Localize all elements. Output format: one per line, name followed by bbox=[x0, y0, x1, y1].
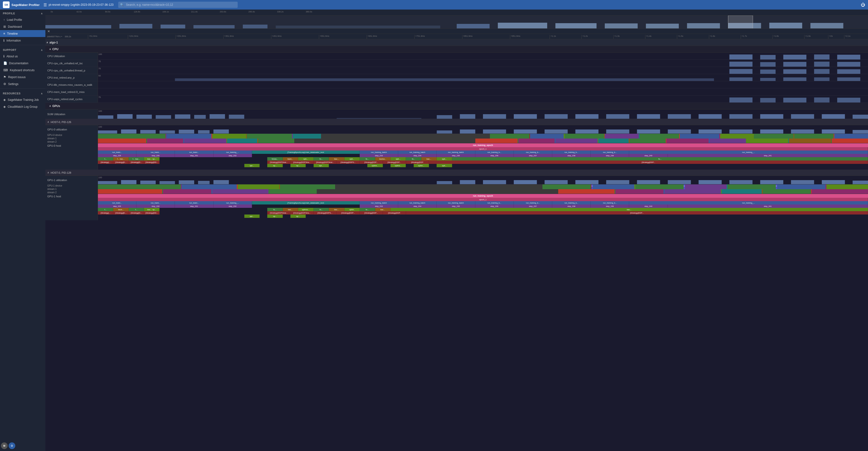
opti-2[interactable]: op... bbox=[267, 164, 283, 167]
gpu1-step-230[interactable]: run_traini... bbox=[136, 201, 175, 205]
gpu1-num-234[interactable]: step_234 bbox=[398, 205, 437, 208]
close-icon[interactable]: ✕ bbox=[47, 29, 50, 33]
strategy-ddp1[interactable]: [Strategy]DDPStrat... bbox=[267, 160, 290, 164]
step-bar-230[interactable]: run_traini... bbox=[136, 150, 175, 154]
gpu1-strategy1[interactable]: [Strategy]... bbox=[98, 211, 113, 214]
step-num-232[interactable]: step_232 bbox=[214, 154, 252, 157]
opti-7[interactable]: optim... bbox=[414, 164, 429, 167]
func-op1[interactable]: bac... op... bbox=[144, 157, 159, 160]
func-bac4[interactable]: bac... bbox=[421, 157, 437, 160]
func-opt3[interactable]: opti... bbox=[391, 157, 406, 160]
gpu1-num-231[interactable]: step_231 bbox=[175, 205, 213, 208]
gpu1-func2[interactable]: back... bbox=[113, 208, 128, 211]
sidebar-item-information[interactable]: ℹ Information bbox=[0, 37, 45, 44]
gpu1-step-231[interactable]: run_traini... bbox=[175, 201, 213, 205]
func-bac2[interactable]: f... bac... bbox=[113, 157, 128, 160]
gpu1-step-training[interactable]: run_training_... bbox=[214, 201, 252, 205]
sidebar-item-about-us[interactable]: ℹ About us bbox=[0, 53, 45, 60]
menu-icon[interactable]: ☰ bbox=[43, 3, 47, 7]
search-input[interactable] bbox=[118, 2, 238, 8]
gpu1-func1[interactable]: f... bbox=[98, 208, 113, 211]
func-forwa[interactable]: forwa... bbox=[267, 157, 283, 160]
func-back1[interactable]: back... bbox=[283, 157, 298, 160]
gpu1-func13[interactable]: bac... bbox=[391, 208, 868, 211]
step-num-241[interactable]: step_241 bbox=[668, 154, 868, 157]
sidebar-item-settings[interactable]: ⚙ Settings bbox=[0, 81, 45, 87]
func-opt2[interactable]: opti... bbox=[344, 157, 360, 160]
gpu1-func7[interactable]: optimiz... bbox=[298, 208, 313, 211]
gpu1-num-240[interactable]: step_240 bbox=[629, 205, 668, 208]
cpu-group-header[interactable]: ∧ CPU bbox=[45, 46, 868, 53]
func-fo4[interactable]: fo... bbox=[452, 157, 868, 160]
step-num-236[interactable]: step_236 bbox=[475, 154, 514, 157]
gpu1-num-232[interactable]: step_232 bbox=[214, 205, 252, 208]
step-num-238[interactable]: step_238 bbox=[552, 154, 591, 157]
step-num-235[interactable]: step_235 bbox=[437, 154, 475, 157]
gpu1-num-230[interactable]: step_230 bbox=[136, 205, 175, 208]
step-num-240[interactable]: step_240 bbox=[629, 154, 668, 157]
func-opt4[interactable]: opti... bbox=[437, 157, 452, 160]
gpu1-strategy3[interactable]: [Strategy]D... bbox=[129, 211, 144, 214]
opti-4[interactable]: opt... bbox=[314, 164, 329, 167]
strategy-1[interactable]: [Strategy]... bbox=[98, 160, 113, 164]
gpu1-strategy4[interactable]: [Strategy]DD... bbox=[144, 211, 159, 214]
step-bar-229[interactable]: run_traini... bbox=[98, 150, 136, 154]
sidebar-item-report-issues[interactable]: ⚑ Report issuus bbox=[0, 73, 45, 81]
step-bar-training[interactable]: run_training_... bbox=[214, 150, 252, 154]
gpu1-batch1[interactable]: run_training_batch bbox=[360, 201, 398, 205]
func-bac1[interactable]: f... bbox=[98, 157, 113, 160]
sidebar-item-cloudwatch[interactable]: ◈ CloudWatch Log Group bbox=[0, 103, 45, 110]
gpu1-num-237[interactable]: step_237 bbox=[514, 205, 552, 208]
strategy-ddp8[interactable]: [Strategy]DDP... bbox=[429, 160, 868, 164]
gpu1-ddp4[interactable]: [Strategy]DDP... bbox=[337, 211, 360, 214]
gpu1-num-236[interactable]: step_236 bbox=[475, 205, 514, 208]
func-fo2[interactable]: fo... bbox=[360, 157, 375, 160]
gpu1-ddp2[interactable]: [Strategy]DDPStra... bbox=[290, 211, 314, 214]
gpu1-opti1[interactable]: opt... bbox=[244, 214, 260, 218]
gpu1-func9[interactable]: bac... bbox=[329, 208, 344, 211]
gpu1-b6[interactable]: run_training_b... bbox=[552, 201, 591, 205]
epoch1-bar[interactable]: epoch_1 bbox=[98, 147, 868, 150]
opti-6[interactable]: optimi... bbox=[391, 164, 406, 167]
opti-3[interactable]: op... bbox=[290, 164, 306, 167]
step-num-237[interactable]: step_237 bbox=[514, 154, 552, 157]
sidebar-item-load-profile[interactable]: ↑ Load Profile bbox=[0, 16, 45, 23]
gpus-group-header[interactable]: ∧ GPUs bbox=[45, 103, 868, 110]
run-training-epoch-bar[interactable]: run_training_epoch bbox=[98, 143, 868, 147]
strategy-4[interactable]: [Strategy]DD... bbox=[144, 160, 159, 164]
power-icon[interactable]: ⏻ bbox=[861, 2, 865, 7]
strategy-ddp2[interactable]: [Strategy]DDPStra... bbox=[290, 160, 314, 164]
opti-8[interactable]: opti... bbox=[437, 164, 452, 167]
gpu1-epoch1-bar[interactable]: epoch_1 bbox=[98, 198, 868, 201]
step-num-233[interactable]: step_233 bbox=[360, 154, 398, 157]
gpu1-func12[interactable]: bac... bbox=[375, 208, 391, 211]
gpu1-ddp6[interactable]: [Strategy]DDP. bbox=[383, 211, 406, 214]
strategy-ddp3[interactable]: [Strategy]DDPStrat... bbox=[314, 160, 337, 164]
gpu1-num-239[interactable]: step_239 bbox=[591, 205, 629, 208]
gpu1-ddp5[interactable]: [Strategy]DDP... bbox=[360, 211, 383, 214]
dataloader-bar[interactable]: [TrainingEpochLoop].train_dataloader_nex… bbox=[252, 150, 360, 154]
func-o1[interactable]: f... bac... bbox=[129, 157, 144, 160]
avatar-m[interactable]: M bbox=[1, 442, 8, 449]
opti-1[interactable]: opt... bbox=[244, 164, 260, 167]
sidebar-item-dashboard[interactable]: ⊞ Dashboard bbox=[0, 23, 45, 30]
gpu1-b4[interactable]: run_training_b... bbox=[475, 201, 514, 205]
gpu1-strategy2[interactable]: [Strategy]D... bbox=[113, 211, 128, 214]
gpu1-run-training-epoch-bar[interactable]: run_training_epoch bbox=[98, 194, 868, 198]
strategy-ddp6[interactable]: [Strategy]DDP... bbox=[383, 160, 406, 164]
func-optim1[interactable]: opti... bbox=[298, 157, 313, 160]
strategy-3[interactable]: [Strategy]D... bbox=[129, 160, 144, 164]
step-bar-241[interactable]: run_training_... bbox=[629, 150, 868, 154]
step-bar-batch2[interactable]: run_training_batch bbox=[398, 150, 437, 154]
gpu1-func4[interactable]: bac... op... bbox=[144, 208, 159, 211]
gpu1-func3[interactable]: f... bbox=[129, 208, 144, 211]
gpu1-opti2[interactable]: op... bbox=[267, 214, 283, 218]
step-bar-b5[interactable]: run_training_b... bbox=[514, 150, 552, 154]
step-bar-b6[interactable]: run_training_b... bbox=[552, 150, 591, 154]
gpu1-num-229[interactable]: step_229 bbox=[98, 205, 136, 208]
func-fo3[interactable]: fo... bbox=[406, 157, 421, 160]
gpu1-num-238[interactable]: step_238 bbox=[552, 205, 591, 208]
step-num-239[interactable]: step_239 bbox=[591, 154, 629, 157]
avatar-o[interactable]: O bbox=[9, 442, 15, 449]
sidebar-item-documentation[interactable]: 📄 Documentation bbox=[0, 60, 45, 67]
